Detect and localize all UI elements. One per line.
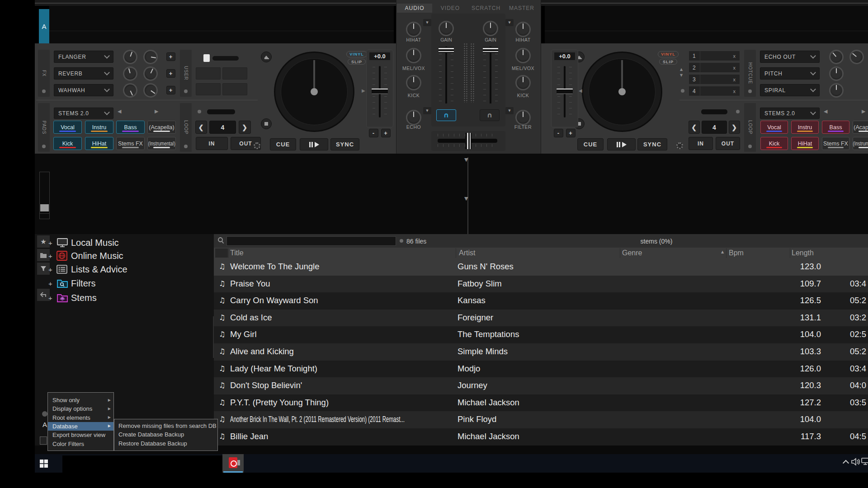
menu-item-display-options[interactable]: Display options▶ bbox=[48, 404, 113, 413]
deck-a-eject-button[interactable] bbox=[261, 52, 272, 62]
sidebar-item-lists-advice[interactable]: +Lists & Advice bbox=[48, 263, 211, 276]
track-row[interactable]: ♫Lady (Hear Me Tonight)Modjo126.003:4 bbox=[214, 361, 868, 378]
deck-a-fx-add-button[interactable]: + bbox=[166, 69, 175, 78]
deck-a-stems-prev-icon[interactable]: ◀ bbox=[118, 109, 125, 116]
mixer-left-knob-echo[interactable] bbox=[406, 110, 421, 125]
deck-a-user-slot[interactable] bbox=[222, 67, 247, 80]
deck-b-pad-bass[interactable]: Bass bbox=[822, 121, 849, 134]
crossfader-handle[interactable] bbox=[465, 133, 472, 149]
deck-b-hotcue-3[interactable]: 3x bbox=[689, 74, 740, 84]
mixer-right-knob-hihat[interactable] bbox=[515, 22, 531, 37]
mixer-volume-fader-left[interactable] bbox=[439, 47, 454, 53]
mixer-knob-preset-button[interactable]: ▼ bbox=[423, 19, 431, 26]
deck-b-loop-in-button[interactable]: IN bbox=[689, 137, 713, 150]
deck-a-pitch-fader[interactable] bbox=[372, 89, 388, 94]
waveform-zoom-slider[interactable] bbox=[39, 172, 50, 219]
column-header-title[interactable]: Title bbox=[230, 249, 321, 257]
track-row[interactable]: ♫Another Brick In The Wall, Pt. 2 (2011 … bbox=[214, 411, 868, 428]
mixer-tab-master[interactable]: MASTER bbox=[504, 4, 539, 13]
tray-expand-button[interactable] bbox=[842, 458, 850, 465]
deck-b-slip-badge[interactable]: SLIP bbox=[659, 59, 677, 65]
deck-b-loop-half-button[interactable]: ❮ bbox=[689, 121, 700, 134]
deck-a-user-slot[interactable] bbox=[222, 83, 247, 95]
track-row[interactable]: ♫Carry On Wayward SonKansas126.505:2 bbox=[214, 292, 868, 310]
deck-b-hotcue-1[interactable]: 1x bbox=[689, 51, 740, 61]
column-header-genre[interactable]: Genre bbox=[622, 249, 690, 257]
menu-item-show-only[interactable]: Show only▶ bbox=[48, 396, 113, 404]
hotcue-clear-button[interactable]: x bbox=[733, 89, 740, 94]
deck-b-stems-prev-icon[interactable]: ◀ bbox=[824, 109, 831, 116]
mixer-left-knob-kick[interactable] bbox=[406, 75, 421, 90]
deck-a-loop-bar[interactable] bbox=[207, 109, 235, 114]
column-header-bpm[interactable]: Bpm bbox=[729, 249, 765, 257]
tree-expander[interactable]: + bbox=[48, 266, 57, 273]
deck-a-vinyl-badge[interactable]: VINYL bbox=[346, 51, 367, 57]
tree-expander[interactable]: + bbox=[48, 239, 57, 247]
hotcue-clear-button[interactable]: x bbox=[733, 65, 740, 70]
deck-b-hotcue-prev-icon[interactable]: ▲ bbox=[680, 68, 685, 73]
menu-item-color-filters[interactable]: Color Filters bbox=[48, 440, 113, 448]
sidebar-item-stems[interactable]: +Stems bbox=[48, 291, 211, 304]
tree-expander[interactable]: + bbox=[48, 280, 57, 287]
track-row[interactable]: ♫My GirlThe Temptations104.002:5 bbox=[214, 326, 868, 343]
deck-b-loop-out-button[interactable]: OUT bbox=[716, 137, 740, 150]
submenu-item-remove-missing-files-from-sear[interactable]: Remove missing files from search DB bbox=[114, 422, 217, 430]
deck-a-user-toggle[interactable] bbox=[203, 54, 210, 62]
menu-item-root-elements[interactable]: Root elements▶ bbox=[48, 413, 113, 422]
deck-b-stems-mode-select[interactable]: STEMS 2.0 bbox=[760, 108, 820, 119]
deck-a-loop-double-button[interactable]: ❯ bbox=[239, 121, 251, 134]
deck-b-pad-instru[interactable]: Instru bbox=[791, 121, 819, 134]
deck-b-fx-slot-pitch[interactable]: PITCH bbox=[760, 67, 820, 80]
sidebar-rail-filter-button[interactable] bbox=[37, 263, 50, 275]
mixer-knob-preset-button[interactable]: ▼ bbox=[423, 107, 431, 114]
mixer-right-knob-kick[interactable] bbox=[515, 75, 531, 90]
mixer-left-knob-hihat[interactable] bbox=[406, 22, 421, 37]
search-input[interactable] bbox=[226, 236, 396, 246]
deck-a-pitch-minus-button[interactable]: - bbox=[369, 129, 378, 137]
sidebar-rail-favorites-star-button[interactable]: ★ bbox=[37, 235, 50, 248]
deck-b-fx-slot-echo-out[interactable]: ECHO OUT bbox=[760, 51, 820, 63]
deck-a-pad-instrumental[interactable]: (Instrumental) bbox=[147, 137, 176, 150]
tray-network-button[interactable] bbox=[861, 458, 868, 466]
menu-item-database[interactable]: Database▶ bbox=[48, 422, 113, 431]
tray-volume-button[interactable] bbox=[851, 457, 862, 466]
deck-b-pad-hihat[interactable]: HiHat bbox=[791, 137, 819, 150]
deck-a-fx-add-button[interactable]: + bbox=[166, 52, 175, 61]
deck-b-gear-icon[interactable] bbox=[676, 142, 683, 149]
deck-b-loop-double-button[interactable]: ❯ bbox=[729, 121, 740, 134]
track-row[interactable]: ♫Cold as IceForeigner131.103:2 bbox=[214, 310, 868, 327]
deck-a-pad-bass[interactable]: Bass bbox=[116, 121, 145, 134]
mixer-tab-scratch[interactable]: SCRATCH bbox=[468, 4, 504, 13]
deck-a-pad-hihat[interactable]: HiHat bbox=[85, 137, 113, 150]
taskbar-search-box[interactable] bbox=[62, 455, 224, 473]
deck-a-fx-slot-flanger[interactable]: FLANGER bbox=[54, 51, 113, 63]
deck-b-hotcue-2[interactable]: 2x bbox=[689, 62, 740, 73]
headphone-cue-left-button[interactable]: ∩ bbox=[436, 109, 456, 121]
track-row[interactable]: ♫Praise YouFatboy Slim109.703:4 bbox=[214, 276, 868, 293]
mixer-tab-video[interactable]: VIDEO bbox=[433, 4, 468, 13]
hotcue-clear-button[interactable]: x bbox=[733, 77, 740, 82]
track-row[interactable]: ♫Alive and KickingSimple Minds103.305:2 bbox=[214, 343, 868, 361]
column-header-artist[interactable]: Artist bbox=[459, 249, 549, 257]
deck-a-gear-icon[interactable] bbox=[254, 142, 260, 149]
column-header-length[interactable]: Length bbox=[792, 249, 846, 257]
track-row[interactable]: ♫Don't Stop Believin'Journey120.304:0 bbox=[214, 377, 868, 394]
sidebar-rail-back-arrow-button[interactable] bbox=[37, 289, 50, 301]
deck-a-user-slot[interactable] bbox=[196, 83, 221, 95]
deck-a-pitch-plus-button[interactable]: + bbox=[381, 129, 391, 137]
deck-a-user-slider[interactable] bbox=[212, 56, 239, 61]
deck-a-play-pause-button[interactable] bbox=[300, 138, 328, 150]
submenu-item-restore-database-backup[interactable]: Restore Database Backup bbox=[114, 439, 217, 448]
deck-b-pitch-minus-button[interactable]: - bbox=[554, 129, 563, 137]
mixer-knob-preset-button[interactable]: ▼ bbox=[505, 107, 514, 114]
mixer-right-knob-filter[interactable] bbox=[515, 110, 531, 125]
deck-b-fx-knob[interactable] bbox=[829, 66, 844, 81]
menu-item-export-browser-view[interactable]: Export browser view bbox=[48, 431, 113, 439]
deck-b-sync-button[interactable]: SYNC bbox=[637, 138, 667, 150]
mixer-right-knob-mel-vox[interactable] bbox=[515, 48, 531, 63]
deck-a-fx-slot-wahwah[interactable]: WAHWAH bbox=[54, 84, 113, 96]
mixer-gain-knob-right[interactable] bbox=[483, 21, 498, 36]
deck-a-stop-button[interactable] bbox=[261, 118, 272, 129]
deck-b-fx-knob[interactable] bbox=[829, 83, 844, 98]
deck-a-slip-badge[interactable]: SLIP bbox=[348, 59, 366, 65]
